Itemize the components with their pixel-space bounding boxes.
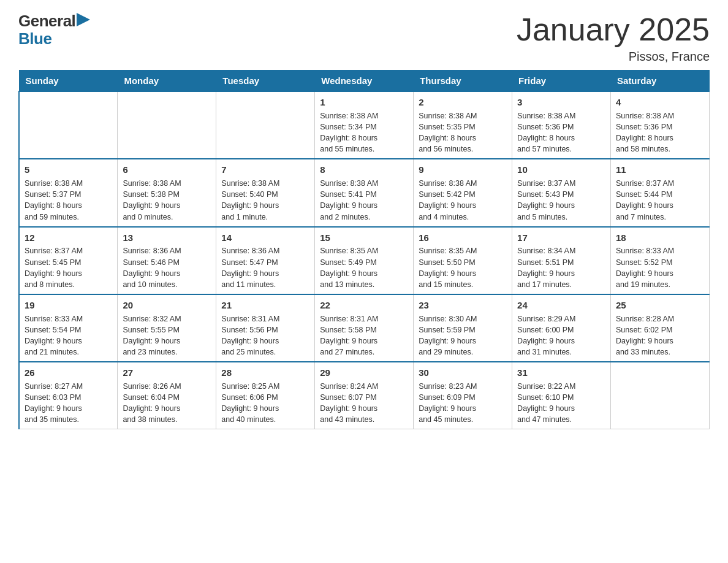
day-number: 31	[517, 366, 605, 380]
day-number: 21	[221, 299, 309, 312]
day-info: Sunrise: 8:28 AM Sunset: 6:02 PM Dayligh…	[616, 313, 704, 358]
day-info: Sunrise: 8:36 AM Sunset: 5:47 PM Dayligh…	[221, 245, 309, 290]
calendar-cell: 31Sunrise: 8:22 AM Sunset: 6:10 PM Dayli…	[512, 362, 611, 429]
day-number: 17	[517, 231, 605, 245]
calendar-week-row: 26Sunrise: 8:27 AM Sunset: 6:03 PM Dayli…	[19, 362, 710, 429]
calendar-table: SundayMondayTuesdayWednesdayThursdayFrid…	[18, 70, 710, 429]
calendar-cell: 20Sunrise: 8:32 AM Sunset: 5:55 PM Dayli…	[118, 294, 216, 362]
day-number: 16	[419, 231, 507, 245]
logo-arrow-icon	[77, 13, 90, 26]
day-info: Sunrise: 8:24 AM Sunset: 6:07 PM Dayligh…	[320, 381, 408, 426]
day-number: 27	[123, 366, 211, 380]
calendar-cell	[19, 91, 118, 159]
day-number: 26	[25, 366, 112, 380]
calendar-cell: 1Sunrise: 8:38 AM Sunset: 5:34 PM Daylig…	[315, 91, 414, 159]
day-number: 14	[221, 231, 309, 245]
day-number: 22	[320, 299, 408, 312]
day-info: Sunrise: 8:27 AM Sunset: 6:03 PM Dayligh…	[25, 381, 112, 426]
calendar-cell: 18Sunrise: 8:33 AM Sunset: 5:52 PM Dayli…	[611, 227, 710, 294]
logo-general-text: General	[18, 12, 75, 30]
day-number: 5	[25, 163, 112, 177]
calendar-cell: 9Sunrise: 8:38 AM Sunset: 5:42 PM Daylig…	[414, 159, 512, 226]
calendar-cell: 25Sunrise: 8:28 AM Sunset: 6:02 PM Dayli…	[611, 294, 710, 362]
calendar-cell: 30Sunrise: 8:23 AM Sunset: 6:09 PM Dayli…	[414, 362, 512, 429]
calendar-cell: 28Sunrise: 8:25 AM Sunset: 6:06 PM Dayli…	[216, 362, 315, 429]
day-number: 24	[517, 299, 605, 312]
calendar-cell: 24Sunrise: 8:29 AM Sunset: 6:00 PM Dayli…	[512, 294, 611, 362]
day-number: 3	[517, 96, 605, 109]
day-info: Sunrise: 8:35 AM Sunset: 5:50 PM Dayligh…	[419, 245, 507, 290]
day-number: 9	[419, 163, 507, 177]
day-info: Sunrise: 8:33 AM Sunset: 5:52 PM Dayligh…	[616, 245, 704, 290]
day-number: 23	[419, 299, 507, 312]
day-number: 18	[616, 231, 704, 245]
day-info: Sunrise: 8:36 AM Sunset: 5:46 PM Dayligh…	[123, 245, 211, 290]
calendar-cell: 29Sunrise: 8:24 AM Sunset: 6:07 PM Dayli…	[315, 362, 414, 429]
day-info: Sunrise: 8:30 AM Sunset: 5:59 PM Dayligh…	[419, 313, 507, 358]
calendar-cell: 17Sunrise: 8:34 AM Sunset: 5:51 PM Dayli…	[512, 227, 611, 294]
day-info: Sunrise: 8:26 AM Sunset: 6:04 PM Dayligh…	[123, 381, 211, 426]
month-title: January 2025	[517, 12, 710, 47]
calendar-header-row: SundayMondayTuesdayWednesdayThursdayFrid…	[19, 71, 710, 92]
calendar-cell: 5Sunrise: 8:38 AM Sunset: 5:37 PM Daylig…	[19, 159, 118, 226]
calendar-cell: 23Sunrise: 8:30 AM Sunset: 5:59 PM Dayli…	[414, 294, 512, 362]
calendar-week-row: 12Sunrise: 8:37 AM Sunset: 5:45 PM Dayli…	[19, 227, 710, 294]
day-info: Sunrise: 8:38 AM Sunset: 5:34 PM Dayligh…	[320, 110, 408, 155]
day-number: 6	[123, 163, 211, 177]
day-number: 12	[25, 231, 112, 245]
day-number: 13	[123, 231, 211, 245]
day-info: Sunrise: 8:37 AM Sunset: 5:43 PM Dayligh…	[517, 178, 605, 223]
day-number: 30	[419, 366, 507, 380]
day-of-week-header: Wednesday	[315, 71, 414, 92]
calendar-cell: 19Sunrise: 8:33 AM Sunset: 5:54 PM Dayli…	[19, 294, 118, 362]
day-info: Sunrise: 8:31 AM Sunset: 5:58 PM Dayligh…	[320, 313, 408, 358]
day-of-week-header: Sunday	[19, 71, 118, 92]
day-info: Sunrise: 8:38 AM Sunset: 5:35 PM Dayligh…	[419, 110, 507, 155]
calendar-cell: 8Sunrise: 8:38 AM Sunset: 5:41 PM Daylig…	[315, 159, 414, 226]
calendar-cell: 3Sunrise: 8:38 AM Sunset: 5:36 PM Daylig…	[512, 91, 611, 159]
calendar-cell: 21Sunrise: 8:31 AM Sunset: 5:56 PM Dayli…	[216, 294, 315, 362]
day-info: Sunrise: 8:32 AM Sunset: 5:55 PM Dayligh…	[123, 313, 211, 358]
calendar-cell: 27Sunrise: 8:26 AM Sunset: 6:04 PM Dayli…	[118, 362, 216, 429]
logo-blue-text: Blue	[18, 30, 90, 48]
day-info: Sunrise: 8:35 AM Sunset: 5:49 PM Dayligh…	[320, 245, 408, 290]
calendar-cell: 7Sunrise: 8:38 AM Sunset: 5:40 PM Daylig…	[216, 159, 315, 226]
day-number: 1	[320, 96, 408, 109]
day-info: Sunrise: 8:38 AM Sunset: 5:42 PM Dayligh…	[419, 178, 507, 223]
day-of-week-header: Tuesday	[216, 71, 315, 92]
calendar-cell: 26Sunrise: 8:27 AM Sunset: 6:03 PM Dayli…	[19, 362, 118, 429]
day-info: Sunrise: 8:38 AM Sunset: 5:36 PM Dayligh…	[517, 110, 605, 155]
day-number: 25	[616, 299, 704, 312]
day-of-week-header: Saturday	[611, 71, 710, 92]
calendar-cell: 10Sunrise: 8:37 AM Sunset: 5:43 PM Dayli…	[512, 159, 611, 226]
day-of-week-header: Thursday	[414, 71, 512, 92]
day-of-week-header: Friday	[512, 71, 611, 92]
calendar-cell: 13Sunrise: 8:36 AM Sunset: 5:46 PM Dayli…	[118, 227, 216, 294]
day-info: Sunrise: 8:33 AM Sunset: 5:54 PM Dayligh…	[25, 313, 112, 358]
calendar-cell: 2Sunrise: 8:38 AM Sunset: 5:35 PM Daylig…	[414, 91, 512, 159]
day-info: Sunrise: 8:38 AM Sunset: 5:36 PM Dayligh…	[616, 110, 704, 155]
calendar-cell: 16Sunrise: 8:35 AM Sunset: 5:50 PM Dayli…	[414, 227, 512, 294]
calendar-cell: 15Sunrise: 8:35 AM Sunset: 5:49 PM Dayli…	[315, 227, 414, 294]
day-number: 10	[517, 163, 605, 177]
day-info: Sunrise: 8:38 AM Sunset: 5:38 PM Dayligh…	[123, 178, 211, 223]
day-info: Sunrise: 8:38 AM Sunset: 5:41 PM Dayligh…	[320, 178, 408, 223]
day-info: Sunrise: 8:31 AM Sunset: 5:56 PM Dayligh…	[221, 313, 309, 358]
day-number: 19	[25, 299, 112, 312]
day-number: 4	[616, 96, 704, 109]
location-text: Pissos, France	[517, 50, 710, 64]
calendar-cell: 14Sunrise: 8:36 AM Sunset: 5:47 PM Dayli…	[216, 227, 315, 294]
day-of-week-header: Monday	[118, 71, 216, 92]
calendar-cell: 12Sunrise: 8:37 AM Sunset: 5:45 PM Dayli…	[19, 227, 118, 294]
calendar-cell: 11Sunrise: 8:37 AM Sunset: 5:44 PM Dayli…	[611, 159, 710, 226]
day-number: 20	[123, 299, 211, 312]
calendar-week-row: 19Sunrise: 8:33 AM Sunset: 5:54 PM Dayli…	[19, 294, 710, 362]
day-info: Sunrise: 8:37 AM Sunset: 5:45 PM Dayligh…	[25, 245, 112, 290]
svg-marker-0	[77, 13, 90, 26]
day-info: Sunrise: 8:37 AM Sunset: 5:44 PM Dayligh…	[616, 178, 704, 223]
calendar-week-row: 5Sunrise: 8:38 AM Sunset: 5:37 PM Daylig…	[19, 159, 710, 226]
day-number: 8	[320, 163, 408, 177]
day-info: Sunrise: 8:25 AM Sunset: 6:06 PM Dayligh…	[221, 381, 309, 426]
day-number: 11	[616, 163, 704, 177]
day-info: Sunrise: 8:29 AM Sunset: 6:00 PM Dayligh…	[517, 313, 605, 358]
